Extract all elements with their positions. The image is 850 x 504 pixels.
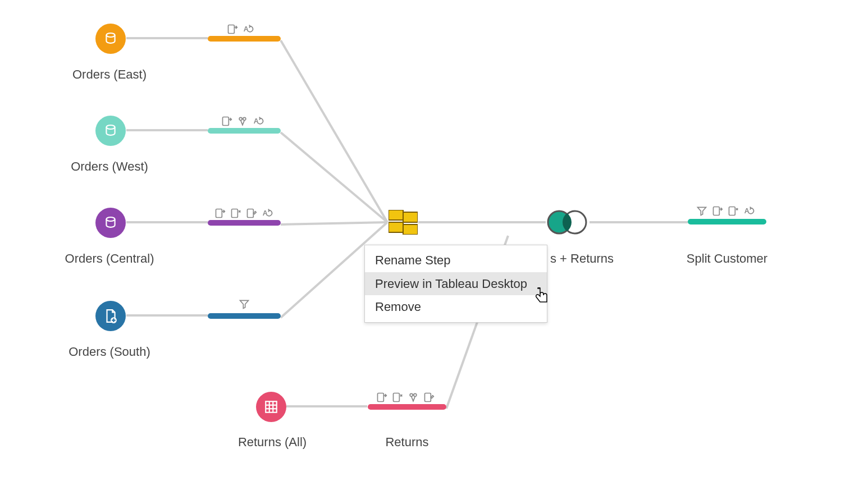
source-label-west: Orders (West) [62,159,157,174]
svg-line-5 [281,132,387,222]
edit-icon [246,208,257,219]
step-icons-east: A [227,24,254,35]
source-orders-central[interactable] [95,208,126,238]
clean-step-west[interactable] [208,128,281,134]
database-icon [103,123,118,138]
database-icon [103,31,118,46]
context-menu-item-rename[interactable]: Rename Step [365,249,547,272]
svg-text:A: A [744,207,750,215]
svg-rect-25 [216,209,222,218]
join-icon [546,210,588,235]
clip-icon [408,392,419,403]
filter-icon [696,205,707,217]
clean-step-split[interactable] [688,219,766,224]
union-icon [389,210,418,235]
step-icons-central: A [214,208,273,219]
step-label-join: s + Returns [550,251,618,266]
rename-icon: A [262,208,273,219]
rename-icon: A [253,116,264,127]
flow-canvas: Orders (East) Orders (West) Orders (Cent… [0,0,850,504]
svg-rect-33 [403,212,418,222]
file-add-icon [103,309,118,323]
filter-out-icon [227,24,238,35]
svg-point-12 [106,33,115,37]
svg-rect-27 [248,209,254,218]
step-icons-returns [376,392,435,403]
svg-rect-32 [389,210,403,220]
step-label-returns: Returns [382,435,432,450]
source-label-east: Orders (East) [62,67,157,82]
step-icons-split: A [696,205,755,217]
rename-icon: A [243,24,254,35]
filter-out-icon [712,205,723,217]
source-orders-east[interactable] [95,24,126,54]
source-label-south: Orders (South) [56,345,163,359]
svg-rect-31 [425,393,431,402]
svg-rect-34 [389,222,403,232]
source-label-central: Orders (Central) [56,251,163,266]
database-icon [103,216,118,230]
union-step[interactable] [389,210,418,237]
svg-point-14 [106,217,115,221]
svg-rect-26 [232,209,238,218]
context-menu-item-preview[interactable]: Preview in Tableau Desktop [365,272,547,296]
edit-icon [423,392,435,403]
clip-icon [237,116,248,127]
svg-rect-16 [266,401,277,413]
svg-line-6 [281,222,387,224]
svg-rect-30 [394,393,400,402]
context-menu[interactable]: Rename Step Preview in Tableau Desktop R… [364,245,547,323]
svg-text:A: A [254,117,259,125]
svg-rect-23 [223,117,229,126]
remove-icon [392,392,403,403]
svg-text:A: A [244,25,249,33]
join-step[interactable] [546,210,588,237]
filter-out-icon [376,392,387,403]
clean-step-returns[interactable] [368,404,446,410]
table-icon [264,400,278,414]
clean-step-south[interactable] [208,313,281,319]
source-orders-south[interactable] [95,301,126,331]
remove-icon [728,205,739,217]
svg-rect-38 [714,207,720,216]
step-icons-west: A [221,116,264,127]
rename-icon: A [743,205,755,217]
source-returns-all[interactable] [256,392,286,422]
svg-rect-35 [403,224,418,235]
step-icons-south [239,299,250,310]
step-label-split: Split Customer [682,251,772,266]
filter-out-icon [214,208,226,219]
clean-step-central[interactable] [208,220,281,226]
svg-line-4 [281,40,387,222]
filter-out-icon [221,116,232,127]
clean-step-east[interactable] [208,36,281,42]
source-orders-west[interactable] [95,116,126,146]
remove-icon [230,208,241,219]
svg-text:A: A [263,209,268,217]
source-label-returnsall: Returns (All) [236,435,309,450]
svg-point-13 [106,125,115,129]
context-menu-item-remove[interactable]: Remove [365,295,547,319]
svg-rect-39 [729,207,735,216]
svg-rect-21 [229,25,235,34]
filter-icon [239,299,250,310]
svg-rect-29 [378,393,384,402]
